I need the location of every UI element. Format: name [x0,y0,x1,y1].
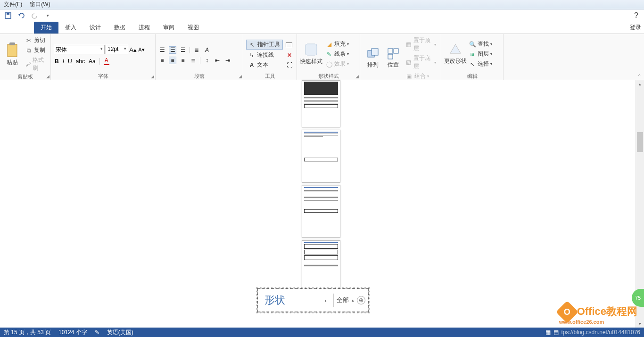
select-button[interactable]: ↖选择▾ [467,59,494,68]
help-icon[interactable]: ? [634,11,638,20]
connector-button[interactable]: ↳连接线 [246,51,283,59]
svg-rect-8 [394,49,398,53]
font-dialog-icon[interactable]: ◢ [151,74,154,79]
bucket-icon: ◢ [325,41,333,48]
pointer-tool-button[interactable]: ↖指针工具 [246,40,283,50]
status-spellcheck-icon[interactable]: ✎ [95,329,99,336]
layer-button[interactable]: ≋图层▾ [467,50,494,59]
format-painter-button[interactable]: 🖌格式刷 [23,56,48,73]
clipboard-dialog-icon[interactable]: ◢ [46,74,50,79]
align-center-icon[interactable]: ≡ [169,57,176,64]
status-language[interactable]: 英语(美国) [107,329,133,337]
justify-icon[interactable]: ≣ [190,57,197,64]
increase-indent-icon[interactable]: ⇥ [224,57,231,64]
svg-rect-1 [7,13,9,15]
status-page[interactable]: 第 15 页，共 53 页 [4,329,51,337]
scroll-thumb[interactable] [637,132,643,152]
tab-data[interactable]: 数据 [107,22,132,34]
paste-button[interactable]: 粘贴 [3,36,21,73]
italic-button[interactable]: I [63,58,64,65]
tab-view[interactable]: 视图 [181,22,206,34]
status-bar: 第 15 页，共 53 页 10124 个字 ✎ 英语(美国) ▦ ▤ tps:… [0,328,644,337]
align-right-icon[interactable]: ≡ [179,57,187,64]
bring-front-button[interactable]: ▦置于顶层▾ [404,36,438,53]
select-icon: ↖ [469,60,476,68]
copy-label: 复制 [34,46,45,54]
scroll-up-icon[interactable]: ▴ [636,80,644,88]
line-spacing-icon[interactable]: ↕ [203,57,211,64]
align-top-left-icon[interactable]: ☰ [158,46,166,54]
svg-rect-2 [8,44,17,57]
send-back-button[interactable]: ▧置于底层▾ [404,54,438,71]
view-icon-2[interactable]: ▤ [553,329,559,336]
brush-icon: 🖌 [25,60,31,68]
decrease-indent-icon[interactable]: ⇤ [214,57,221,64]
shrink-font-icon[interactable]: A▾ [138,46,145,53]
align-left-icon[interactable]: ≡ [158,57,166,64]
change-shape-button[interactable]: 更改形状 [444,36,467,72]
tab-insert[interactable]: 插入 [58,22,83,34]
bullets-icon[interactable]: ≣ [193,46,200,54]
svg-rect-7 [388,49,393,53]
clear-format-icon[interactable]: A [203,46,211,54]
font-color-button[interactable]: A [104,57,109,65]
grow-font-icon[interactable]: A▴ [129,46,137,53]
shapes-panel[interactable]: 形状 ‹ 全部 ▴ ⊕ [257,288,369,312]
cut-button[interactable]: ✂剪切 [23,36,48,45]
rectangle-tool-icon[interactable] [286,42,292,47]
page-thumb[interactable] [302,185,340,238]
qat-dropdown-icon[interactable]: ▾ [43,11,52,20]
tab-design[interactable]: 设计 [83,22,107,34]
login-link[interactable]: 登录 [630,24,641,32]
position-button[interactable]: 位置 [383,36,404,81]
underline-button[interactable]: U [68,58,72,65]
shapes-panel-collapse-icon[interactable]: ‹ [325,297,327,304]
find-icon: 🔍 [469,41,476,48]
tab-progress[interactable]: 进程 [132,22,157,34]
align-top-center-icon[interactable]: ☰ [169,46,176,54]
page-thumb[interactable] [302,130,340,183]
connector-icon: ↳ [248,51,256,59]
view-icon-1[interactable]: ▦ [545,329,551,336]
svg-rect-6 [372,49,378,55]
quick-style-button[interactable]: 快速样式 [300,36,322,72]
paragraph-dialog-icon[interactable]: ◢ [239,74,242,79]
undo-icon[interactable] [17,11,25,20]
strike-button[interactable]: abc [76,58,85,65]
svg-rect-9 [388,54,393,59]
shape-style-dialog-icon[interactable]: ◢ [355,74,359,79]
font-size-select[interactable]: 12pt [106,45,128,54]
tab-start[interactable]: 开始 [34,22,58,34]
save-icon[interactable] [4,11,12,20]
find-button[interactable]: 🔍查找▾ [467,40,494,49]
status-url: tps://blog.csdn.net/u014481076 [561,329,640,336]
page-thumb[interactable] [302,240,340,293]
page-thumb[interactable] [302,80,340,127]
case-button[interactable]: Aa [89,58,96,65]
delete-tool-icon[interactable]: ✕ [286,51,293,59]
font-family-select[interactable]: 宋体 [54,45,105,54]
effect-button[interactable]: ◯效果▾ [323,59,351,68]
layer-label: 图层 [478,50,489,58]
menu-file[interactable]: 文件(F) [2,0,24,8]
group-paragraph-label: 段落 [158,72,240,80]
tab-review[interactable]: 审阅 [157,22,181,34]
fill-button[interactable]: ◢填充▾ [323,40,351,49]
group-button[interactable]: ▣组合▾ [404,72,438,81]
status-words[interactable]: 10124 个字 [58,329,87,337]
change-shape-icon [449,43,462,56]
caret-up-icon[interactable]: ▴ [352,298,354,303]
align-top-right-icon[interactable]: ☰ [179,46,187,54]
menu-window[interactable]: 窗口(W) [28,0,52,8]
crop-icon[interactable]: ⛶ [286,61,293,69]
line-button[interactable]: ✎线条▾ [323,50,351,59]
bold-button[interactable]: B [55,58,59,65]
ribbon-tabs: 开始 插入 设计 数据 进程 审阅 视图 登录 [0,22,644,34]
arrange-button[interactable]: 排列 [363,36,383,81]
collapse-ribbon-icon[interactable]: ⌃ [637,74,641,79]
shapes-add-icon[interactable]: ⊕ [357,296,365,304]
copy-button[interactable]: ⧉复制 [23,46,48,55]
redo-icon[interactable] [30,11,39,20]
shapes-filter-all[interactable]: 全部 [337,296,349,304]
text-tool-button[interactable]: A文本 [246,60,283,69]
